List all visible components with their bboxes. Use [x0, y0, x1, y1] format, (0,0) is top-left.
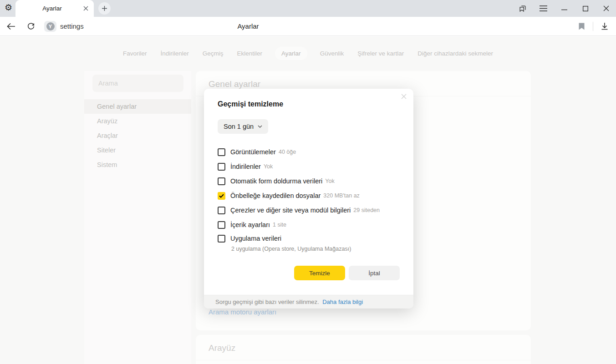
- back-icon[interactable]: [6, 21, 16, 31]
- dialog-title: Geçmişi temizleme: [218, 100, 400, 108]
- clear-history-options: Görüntülemeler 40 öğe İndirilenler Yok O…: [218, 145, 400, 255]
- option-row-content-settings[interactable]: İçerik ayarları 1 site: [218, 217, 400, 232]
- option-row-app-data[interactable]: Uygulama verileri: [218, 232, 400, 245]
- option-row-cookies[interactable]: Çerezler ve diğer site veya modül bilgil…: [218, 203, 400, 217]
- chevron-down-icon: [258, 125, 262, 128]
- dialog-footer: Sorgu geçmişi gibi bazı veriler silinmez…: [204, 295, 413, 308]
- side-panel-icon[interactable]: [518, 4, 527, 13]
- omnibox-page-title: Ayarlar: [203, 22, 294, 30]
- option-row-cache[interactable]: Önbelleğe kaydedilen dosyalar 320 MB'tan…: [218, 188, 400, 203]
- footer-note: Sorgu geçmişi gibi bazı veriler silinmez…: [215, 298, 319, 305]
- site-identity-badge[interactable]: Y: [44, 21, 56, 32]
- checkbox[interactable]: [218, 163, 225, 171]
- checkbox[interactable]: [218, 148, 225, 156]
- cancel-button[interactable]: İptal: [349, 266, 400, 280]
- toolbar-right: [576, 17, 616, 35]
- option-row-autofill[interactable]: Otomatik form doldurma verileri Yok: [218, 174, 400, 188]
- more-info-link[interactable]: Daha fazla bilgi: [322, 298, 363, 305]
- checkbox[interactable]: [218, 207, 225, 214]
- checkbox[interactable]: [218, 221, 225, 229]
- dialog-buttons: Temizle İptal: [218, 266, 400, 280]
- window-controls: [518, 0, 611, 17]
- dialog-close-icon[interactable]: [399, 92, 408, 101]
- tab-close-icon[interactable]: [81, 5, 90, 13]
- tab-strip: ⚙ Ayarlar: [0, 0, 616, 17]
- browser-tab[interactable]: Ayarlar: [15, 0, 94, 17]
- settings-page: Favoriler İndirilenler Geçmiş Eklentiler…: [0, 36, 616, 364]
- new-tab-button[interactable]: [98, 2, 111, 15]
- url-text[interactable]: settings: [60, 22, 84, 30]
- time-range-value: Son 1 gün: [224, 123, 254, 130]
- time-range-dropdown[interactable]: Son 1 gün: [218, 119, 268, 134]
- tab-title: Ayarlar: [15, 5, 81, 12]
- yandex-badge-icon: Y: [46, 22, 55, 30]
- minimize-icon[interactable]: [560, 4, 569, 13]
- checkbox[interactable]: [218, 235, 225, 243]
- option-row-views[interactable]: Görüntülemeler 40 öğe: [218, 145, 400, 159]
- maximize-icon[interactable]: [581, 4, 590, 13]
- option-row-downloads[interactable]: İndirilenler Yok: [218, 159, 400, 174]
- clear-button[interactable]: Temizle: [294, 266, 345, 280]
- browser-settings-gear-icon[interactable]: ⚙: [5, 2, 12, 13]
- checkbox[interactable]: [218, 192, 225, 200]
- reload-icon[interactable]: [26, 21, 36, 31]
- clear-history-dialog: Geçmişi temizleme Son 1 gün Görüntülemel…: [204, 89, 413, 308]
- app-data-subdetail: 2 uygulama (Opera store, Uygulama Mağaza…: [231, 245, 400, 255]
- downloads-icon[interactable]: [600, 21, 610, 31]
- close-window-icon[interactable]: [602, 4, 611, 13]
- bookmark-icon[interactable]: [576, 21, 586, 31]
- address-toolbar: Y settings Ayarlar: [0, 17, 616, 36]
- checkbox[interactable]: [218, 177, 225, 185]
- toolbar-separator: [593, 22, 593, 31]
- menu-icon[interactable]: [539, 4, 548, 13]
